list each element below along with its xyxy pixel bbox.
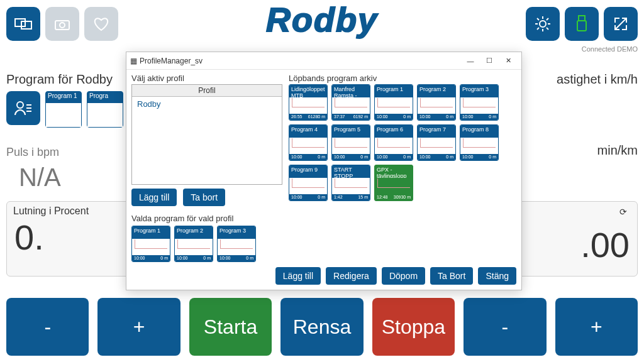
program-tile-graph [375, 97, 413, 114]
program-tile-graph [175, 239, 213, 255]
program-tile-footer: 1:4215 m [332, 194, 370, 200]
program-tile-graph [289, 138, 327, 154]
program-tile[interactable]: Program 310:000 m [460, 84, 499, 121]
selected-programs: Program 110:000 mProgram 210:000 mProgra… [131, 226, 282, 262]
program-tile-title: Program 3 [218, 226, 255, 239]
refresh-icon[interactable]: ⟳ [619, 207, 632, 219]
program-tile[interactable]: Program 810:000 m [460, 124, 499, 161]
incline-plus-button[interactable]: + [97, 298, 180, 356]
program-tile-title: Program 6 [375, 125, 413, 138]
profile-column-header: Profil [132, 85, 282, 97]
program-tile-footer: 37:376192 m [332, 114, 370, 120]
program-tile-graph [218, 239, 255, 255]
fullscreen-icon[interactable] [604, 7, 638, 41]
programs-label: Program för Rodby [6, 72, 113, 87]
program-tile[interactable]: Program 510:000 m [331, 124, 370, 161]
program-tile-footer: 10:000 m [418, 114, 455, 120]
program-tile-graph [375, 138, 413, 154]
dialog-title: ProfileManager_sv [140, 57, 203, 65]
program-tile-title: Program 1 [375, 85, 413, 97]
archive-add-button[interactable]: Lägg till [275, 267, 321, 285]
camera-icon[interactable] [45, 7, 79, 41]
monitors-icon[interactable] [6, 7, 40, 41]
tempo-label: min/km [597, 143, 638, 158]
program-tile[interactable]: Program 210:000 m [417, 84, 456, 121]
connected-label: Connected DEMO [582, 45, 638, 53]
program-tile[interactable]: Program 110:000 m [131, 226, 170, 262]
clear-button[interactable]: Rensa [280, 298, 363, 356]
program-tile-title: Program 5 [332, 125, 370, 138]
program-tile-title: Program 9 [289, 165, 327, 178]
svg-point-3 [60, 23, 65, 28]
dialog-footer: Lägg till Redigera Döpom Ta Bort Stäng [126, 262, 521, 290]
program-tile-footer: 10:000 m [175, 255, 213, 261]
program-tile[interactable]: Program 310:000 m [217, 226, 256, 262]
speed-plus-button[interactable]: + [555, 298, 638, 356]
program-tile-footer: 10:000 m [218, 255, 255, 261]
usb-icon[interactable] [565, 7, 599, 41]
archive-rename-button[interactable]: Döpom [382, 267, 425, 285]
program-tile-footer: 10:000 m [332, 154, 370, 160]
remove-profile-button[interactable]: Ta bort [183, 189, 225, 206]
profile-row[interactable]: Rodby [132, 97, 282, 111]
gear-icon[interactable] [526, 7, 560, 41]
speed-minus-button[interactable]: - [464, 298, 546, 356]
program-tile-title: Program 3 [460, 85, 498, 97]
program-tile-title: Program 2 [175, 226, 213, 239]
program-tile-footer: 12:4830930 m [375, 194, 413, 200]
program-tile-graph [460, 138, 498, 154]
program-row: Program 1 Progra [6, 91, 123, 128]
archive-edit-button[interactable]: Redigera [326, 267, 377, 285]
svg-rect-1 [21, 21, 31, 29]
dialog-titlebar[interactable]: ▦ ProfileManager_sv — ☐ ✕ [126, 52, 521, 70]
program-tile-graph [332, 97, 370, 114]
svg-rect-0 [15, 19, 25, 26]
bg-program-tile[interactable]: Progra [87, 91, 123, 128]
program-tile[interactable]: Lidingöloppet MTB26:5561280 m [289, 84, 328, 121]
close-button[interactable]: ✕ [499, 54, 518, 68]
maximize-button[interactable]: ☐ [480, 54, 499, 68]
program-tile[interactable]: Program 110:000 m [374, 84, 413, 121]
pulse-value: N/A [19, 163, 61, 192]
program-tile[interactable]: Program 410:000 m [289, 124, 328, 161]
program-tile[interactable]: Program 710:000 m [417, 124, 456, 161]
program-tile[interactable]: Program 610:000 m [374, 124, 413, 161]
program-tile-footer: 10:000 m [289, 194, 327, 200]
archive-close-button[interactable]: Stäng [478, 267, 516, 285]
stop-button[interactable]: Stoppa [372, 298, 455, 356]
svg-rect-13 [579, 16, 585, 21]
minimize-button[interactable]: — [461, 54, 480, 68]
heart-icon[interactable] [84, 7, 118, 41]
program-tile-title: START STOPP START [332, 165, 370, 178]
profile-manager-dialog: ▦ ProfileManager_sv — ☐ ✕ Välj aktiv pro… [126, 52, 522, 290]
program-tile[interactable]: Program 210:000 m [174, 226, 213, 262]
archive-delete-button[interactable]: Ta Bort [430, 267, 473, 285]
program-tile-title: Program 8 [460, 125, 498, 138]
program-tile-graph [418, 97, 455, 114]
program-tile-footer: 10:000 m [460, 154, 498, 160]
program-tile[interactable]: Program 910:000 m [289, 165, 328, 201]
bg-program-tile[interactable]: Program 1 [45, 91, 82, 128]
user-profile-button[interactable] [6, 91, 40, 125]
pulse-label: Puls i bpm [6, 146, 59, 159]
program-tile[interactable]: START STOPP START1:4215 m [331, 165, 370, 201]
program-tile-footer: 26:5561280 m [289, 114, 327, 120]
svg-point-16 [17, 102, 23, 108]
program-tile-graph [289, 178, 327, 194]
program-tile-graph [289, 97, 327, 114]
profile-list[interactable]: Profil Rodby [131, 84, 282, 185]
program-tile-footer: 10:000 m [132, 255, 170, 261]
program-tile-title: Program 1 [132, 226, 170, 239]
add-profile-button[interactable]: Lägg till [131, 189, 177, 206]
archive-label: Löpbands program arkiv [289, 74, 516, 83]
speed-label: astighet i km/h [557, 72, 638, 87]
program-tile-footer: 10:000 m [289, 154, 327, 160]
program-tile[interactable]: GPX - tävlingslopp12:4830930 m [374, 165, 413, 201]
incline-minus-button[interactable]: - [6, 298, 89, 356]
program-tile[interactable]: Manfred Ramsta - Hagby 6km37:376192 m [331, 84, 370, 121]
program-tile-graph [460, 97, 498, 114]
program-tile-footer: 10:000 m [460, 114, 498, 120]
start-button[interactable]: Starta [189, 298, 272, 356]
bottom-bar: - + Starta Rensa Stoppa - + [6, 298, 638, 356]
program-archive: Lidingöloppet MTB26:5561280 mManfred Ram… [289, 84, 516, 201]
